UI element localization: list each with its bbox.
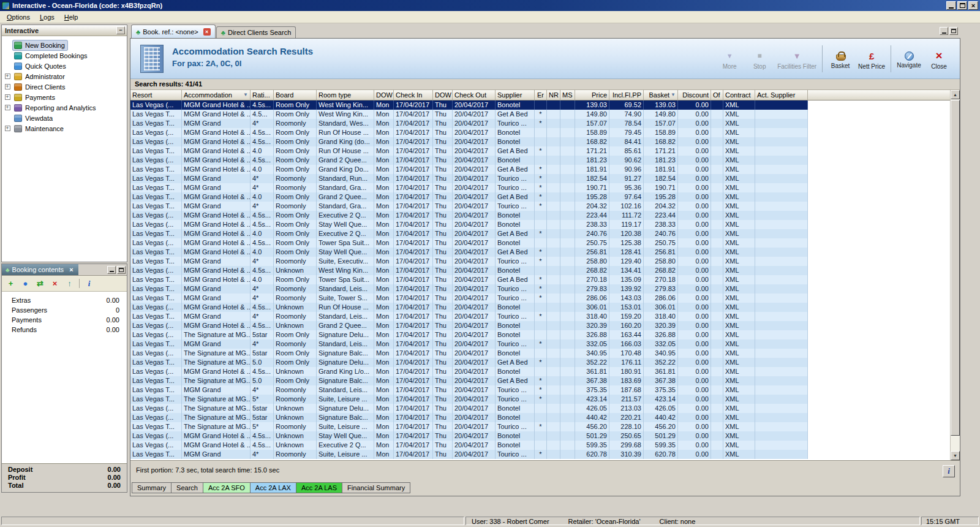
bottom-tab-acc-2a-las[interactable]: Acc 2A LAS	[296, 482, 342, 493]
column-header-ms[interactable]: MS	[560, 90, 575, 100]
sidebar-item-administrator[interactable]: +Administrator	[2, 71, 127, 82]
column-header-basket[interactable]: Basket▼	[644, 90, 678, 100]
table-row[interactable]: Las Vegas T...MGM Grand Hotel & ...4.0Ro…	[130, 146, 950, 156]
collapse-panel-button[interactable]: −	[116, 26, 125, 34]
column-header-er[interactable]: Er	[535, 90, 547, 100]
sidebar-item-reporting-and-analytics[interactable]: +Reporting and Analytics	[2, 102, 127, 113]
table-row[interactable]: Las Vegas (...MGM Grand Hotel & ...4.5s.…	[130, 238, 950, 248]
expand-button[interactable]: +	[2, 84, 13, 89]
table-row[interactable]: Las Vegas T...MGM Grand4*RoomonlyStandar…	[130, 284, 950, 294]
bottom-tab-financial-summary[interactable]: Financial Summary	[342, 482, 410, 493]
column-header-rati[interactable]: Rati...	[251, 90, 274, 100]
delete-icon[interactable]: ×	[50, 279, 60, 288]
basket-button[interactable]: Basket	[828, 51, 853, 69]
info-icon[interactable]: i	[84, 279, 94, 289]
expand-button[interactable]: +	[2, 74, 13, 79]
column-header-check-in[interactable]: Check In	[394, 90, 433, 100]
tab-close-icon[interactable]: ×	[203, 28, 211, 36]
column-header-contract[interactable]: Contract	[723, 90, 755, 100]
table-row[interactable]: Las Vegas (...MGM Grand Hotel & ...4.5s.…	[130, 303, 950, 312]
bottom-tab-acc-2a-sfo[interactable]: Acc 2A SFO	[203, 482, 251, 493]
upload-icon[interactable]: ↑	[64, 279, 75, 288]
table-row[interactable]: Las Vegas (...MGM Grand Hotel & ...4.5s.…	[130, 128, 950, 137]
bottom-tab-summary[interactable]: Summary	[132, 482, 172, 493]
column-header-discount[interactable]: Discount	[678, 90, 711, 100]
table-row[interactable]: Las Vegas (...MGM Grand Hotel & ...4.5s.…	[130, 431, 950, 441]
column-header-nr[interactable]: NR	[547, 90, 560, 100]
table-row[interactable]: Las Vegas T...MGM Grand4*RoomonlySuite, …	[130, 450, 950, 459]
bottom-tab-acc-2a-lax[interactable]: Acc 2A LAX	[250, 482, 296, 493]
table-row[interactable]: Las Vegas (...MGM Grand Hotel & ...4.5s.…	[130, 266, 950, 275]
expand-button[interactable]: +	[2, 94, 13, 100]
column-header-resort[interactable]: Resort	[130, 90, 182, 100]
nett-price-button[interactable]: Nett Price	[858, 50, 885, 70]
table-row[interactable]: Las Vegas (...MGM Grand Hotel & ...4.5s.…	[130, 220, 950, 229]
table-row[interactable]: Las Vegas T...MGM Grand4*RoomonlyStandar…	[130, 312, 950, 321]
minimize-panel-button[interactable]	[107, 266, 116, 274]
close-button[interactable]: ×	[968, 1, 978, 10]
table-row[interactable]: Las Vegas (...MGM Grand Hotel & ...4.5s.…	[130, 211, 950, 220]
sidebar-item-payments[interactable]: +Payments	[2, 92, 127, 102]
sidebar-item-maintenance[interactable]: +Maintenance	[2, 123, 127, 134]
tab-booking-ref[interactable]: ♣ Book. ref.: <none> ×	[131, 25, 216, 38]
expand-button[interactable]: +	[2, 126, 13, 131]
sidebar-item-viewdata[interactable]: Viewdata	[2, 113, 127, 123]
table-row[interactable]: Las Vegas T...MGM Grand4*RoomonlyStandar…	[130, 119, 950, 128]
table-row[interactable]: Las Vegas T...MGM Grand4*RoomonlyStandar…	[130, 202, 950, 211]
table-row[interactable]: Las Vegas (...The Signature at MG...5sta…	[130, 349, 950, 358]
close-button[interactable]: Close	[927, 50, 951, 70]
scroll-up-button[interactable]: ▲	[951, 90, 960, 99]
column-header-of[interactable]: Of	[711, 90, 723, 100]
table-row[interactable]: Las Vegas T...MGM Grand Hotel & ...4.0Ro…	[130, 165, 950, 174]
column-header-dow[interactable]: DOW	[433, 90, 453, 100]
table-row[interactable]: Las Vegas (...The Signature at MG...5sta…	[130, 330, 950, 339]
sidebar-item-new-booking[interactable]: New Booking	[2, 40, 127, 50]
column-header-act-supplier[interactable]: Act. Supplier	[755, 90, 808, 100]
table-row[interactable]: Las Vegas T...MGM Grand4*RoomonlyStandar…	[130, 339, 950, 349]
table-row[interactable]: Las Vegas (...MGM Grand Hotel & ...4.5s.…	[130, 321, 950, 330]
table-row[interactable]: Las Vegas (...MGM Grand Hotel & ...4.5s.…	[130, 156, 950, 165]
column-header-price[interactable]: Price	[575, 90, 609, 100]
table-row[interactable]: Las Vegas T...The Signature at MG...5.0R…	[130, 358, 950, 367]
column-header-board[interactable]: Board	[274, 90, 317, 100]
minimize-view-button[interactable]	[940, 27, 948, 35]
table-row[interactable]: Las Vegas T...MGM Grand4*RoomonlyStandar…	[130, 385, 950, 395]
table-row[interactable]: Las Vegas (...MGM Grand Hotel & ...4.5s.…	[130, 367, 950, 376]
table-row[interactable]: Las Vegas (...The Signature at MG...5sta…	[130, 413, 950, 422]
more-button[interactable]: More	[717, 50, 742, 70]
table-row[interactable]: Las Vegas T...The Signature at MG...5*Ro…	[130, 395, 950, 404]
table-row[interactable]: Las Vegas T...MGM Grand Hotel & ...4.5..…	[130, 110, 950, 119]
column-header-check-out[interactable]: Check Out	[453, 90, 496, 100]
stop-button[interactable]: Stop	[747, 50, 772, 70]
scrollbar-thumb[interactable]	[951, 100, 960, 436]
table-row[interactable]: Las Vegas (...MGM Grand Hotel & ...4.5s.…	[130, 100, 950, 110]
vertical-scrollbar[interactable]: ▲ ▼	[950, 90, 960, 460]
table-row[interactable]: Las Vegas T...MGM Grand Hotel & ...4.0Ro…	[130, 275, 950, 284]
table-row[interactable]: Las Vegas (...MGM Grand Hotel & ...4.5s.…	[130, 137, 950, 146]
column-header-accommodation[interactable]: Accommodation▼	[182, 90, 251, 100]
info-button[interactable]: i	[943, 465, 955, 477]
expand-button[interactable]: +	[2, 105, 13, 110]
maximize-button[interactable]	[957, 1, 967, 10]
restore-panel-button[interactable]	[117, 266, 126, 274]
menu-logs[interactable]: Logs	[35, 12, 59, 23]
table-row[interactable]: Las Vegas T...The Signature at MG...5*Ro…	[130, 422, 950, 431]
sidebar-item-direct-clients[interactable]: +Direct Clients	[2, 82, 127, 92]
menu-help[interactable]: Help	[59, 12, 83, 23]
table-row[interactable]: Las Vegas T...MGM Grand Hotel & ...4.0Ro…	[130, 229, 950, 238]
restore-view-button[interactable]	[949, 27, 958, 35]
table-row[interactable]: Las Vegas T...MGM Grand Hotel & ...4.0Ro…	[130, 192, 950, 202]
table-row[interactable]: Las Vegas T...MGM Grand4*RoomonlySuite, …	[130, 257, 950, 266]
column-header-incl-fl-pp[interactable]: Incl.Fl.PP	[609, 90, 644, 100]
facilities-filter-button[interactable]: Facilities Filter	[777, 50, 816, 70]
menu-options[interactable]: Options	[2, 12, 35, 23]
transfer-icon[interactable]: ⇄	[35, 279, 45, 288]
navigate-button[interactable]: Navigate	[897, 51, 921, 69]
tab-direct-clients-search[interactable]: ♣ Direct Clients Search	[216, 26, 296, 38]
table-row[interactable]: Las Vegas (...The Signature at MG...5sta…	[130, 404, 950, 413]
globe-icon[interactable]: ●	[20, 279, 31, 288]
sidebar-item-quick-quotes[interactable]: Quick Quotes	[2, 61, 127, 71]
minimize-button[interactable]	[946, 1, 956, 10]
booking-contents-tab[interactable]: ♣ Booking contents ×	[2, 264, 78, 275]
sidebar-item-completed-bookings[interactable]: Completed Bookings	[2, 50, 127, 61]
